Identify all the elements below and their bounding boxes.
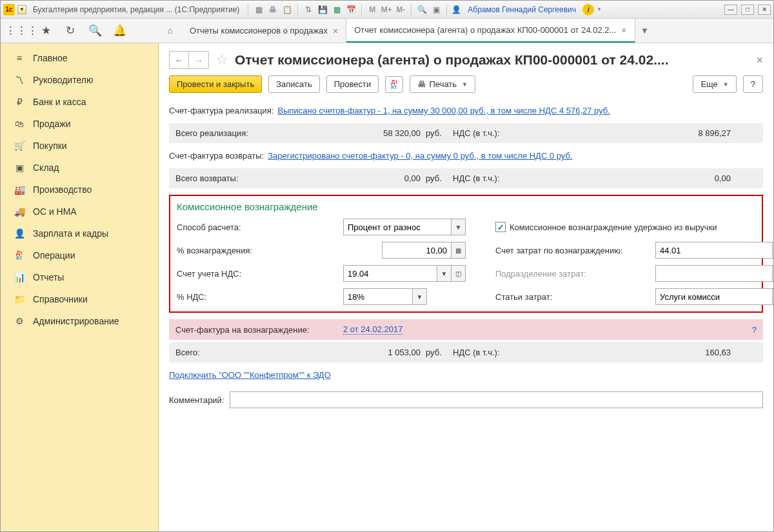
vat-account-select[interactable]: ▼ ◫ xyxy=(343,265,466,282)
history-icon[interactable]: ↻ xyxy=(64,25,77,37)
back-button[interactable]: ← xyxy=(170,52,189,68)
sidebar-item-bank[interactable]: ₽Банк и касса xyxy=(1,91,158,113)
tab-close-icon[interactable]: × xyxy=(333,26,338,36)
total-row: Всего: 1 053,00 руб. НДС (в т.ч.): 160,6… xyxy=(169,342,763,362)
invoice-returns-link[interactable]: Зарегистрировано счетов-фактур - 0, на с… xyxy=(268,151,572,161)
save-button[interactable]: Записать xyxy=(268,75,320,93)
tab-label: Отчет комиссионера (агента) о продажах К… xyxy=(354,25,616,35)
app-menu-dropdown[interactable]: ▼ xyxy=(17,5,26,14)
truck-icon: 🚚 xyxy=(14,206,25,217)
cart-icon: 🛒 xyxy=(14,141,25,151)
more-button[interactable]: Еще▼ xyxy=(693,75,736,93)
bag-icon: 🛍 xyxy=(14,119,25,129)
commission-box: Комиссионное вознаграждение Способ расче… xyxy=(169,195,763,313)
print-button[interactable]: 🖶Печать▼ xyxy=(410,75,475,93)
boxes-icon: ▣ xyxy=(14,163,25,173)
tab-close-icon[interactable]: × xyxy=(621,25,626,35)
factory-icon: 🏭 xyxy=(14,184,25,195)
save-icon[interactable]: 💾 xyxy=(317,4,328,15)
dtkt-button[interactable]: ДтКт xyxy=(385,76,403,93)
calc-method-select[interactable]: ▼ xyxy=(343,219,466,235)
app-title: Бухгалтерия предприятия, редакция ... (1… xyxy=(33,5,239,14)
edo-connect-link[interactable]: Подключить "ООО ""Конфетпром"" к ЭДО xyxy=(169,370,331,380)
sidebar-item-payroll[interactable]: 👤Зарплата и кадры xyxy=(1,222,158,244)
withheld-checkbox[interactable]: ✓ xyxy=(495,222,506,232)
panel-icon[interactable]: ▣ xyxy=(430,4,442,15)
dropdown-icon[interactable]: ▼ xyxy=(773,288,773,305)
total-sales-vat: 8 896,27 xyxy=(530,128,757,138)
comment-input[interactable] xyxy=(230,391,764,408)
dropdown-icon[interactable]: ▼ xyxy=(773,242,773,259)
invoice-sales-link[interactable]: Выписано счетов-фактур - 1, на сумму 30 … xyxy=(277,106,610,115)
compare-icon[interactable]: ⇅ xyxy=(303,4,314,15)
search-icon[interactable]: 🔍 xyxy=(88,25,101,37)
dropdown-icon[interactable]: ▼ xyxy=(773,265,773,282)
sidebar-item-main[interactable]: ≡Главное xyxy=(1,47,158,69)
dtkt-icon: ДтКт xyxy=(14,250,25,261)
sidebar-item-ref[interactable]: 📁Справочники xyxy=(1,288,158,310)
total-returns-row: Всего возвраты: 0,00 руб. НДС (в т.ч.): … xyxy=(169,168,763,188)
main: ← → ☆ Отчет комиссионера (агента) о прод… xyxy=(159,43,773,531)
logo-1c: 1c xyxy=(3,4,15,15)
close-button[interactable]: ✕ xyxy=(758,5,771,15)
sidebar-item-manager[interactable]: 〽Руководителю xyxy=(1,69,158,91)
sidebar-item-admin[interactable]: ⚙Администрирование xyxy=(1,310,158,332)
print-icon[interactable]: 🖶 xyxy=(267,4,279,15)
list-icon: ≡ xyxy=(14,53,25,63)
sidebar-item-operations[interactable]: ДтКтОперации xyxy=(1,244,158,266)
calendar-icon[interactable]: 📅 xyxy=(345,4,357,15)
calc-icon[interactable]: ▦ xyxy=(331,4,342,15)
page-close-icon[interactable]: × xyxy=(756,54,763,67)
dropdown-icon[interactable]: ▼ xyxy=(452,219,466,235)
vat-pct-select[interactable]: ▼ xyxy=(343,288,427,305)
command-bar: Провести и закрыть Записать Провести ДтК… xyxy=(159,75,773,101)
commission-title: Комиссионное вознаграждение xyxy=(177,201,755,212)
sidebar-item-reports[interactable]: 📊Отчеты xyxy=(1,266,158,288)
commission-invoice-link[interactable]: 2 от 24.02.2017 xyxy=(343,324,402,335)
nav-buttons: ← → xyxy=(169,51,209,69)
dropdown-icon[interactable]: ▼ xyxy=(437,265,452,282)
home-tab[interactable]: ⌂ xyxy=(159,19,182,43)
invoice-sales-label: Счет-фактура реализация: xyxy=(169,106,273,115)
tab-reports[interactable]: Отчеты комиссионеров о продажах × xyxy=(182,19,346,43)
folder-icon: 📁 xyxy=(14,294,25,304)
expense-account-select[interactable]: ▼ ◫ xyxy=(655,242,773,259)
help-icon[interactable]: ? xyxy=(752,325,757,335)
user-name[interactable]: Абрамов Геннадий Сергеевич xyxy=(468,5,576,14)
sidebar-item-stock[interactable]: ▣Склад xyxy=(1,157,158,179)
zoom-icon[interactable]: 🔍 xyxy=(416,4,428,15)
page-title: Отчет комиссионера (агента) о продажах К… xyxy=(235,52,749,68)
tab-label: Отчеты комиссионеров о продажах xyxy=(190,26,328,35)
post-and-close-button[interactable]: Провести и закрыть xyxy=(169,75,262,93)
dropdown-icon[interactable]: ▼ xyxy=(413,288,427,305)
open-icon[interactable]: ◫ xyxy=(452,265,466,282)
department-select[interactable]: ▼ ◫ xyxy=(655,265,773,282)
forward-button[interactable]: → xyxy=(189,52,208,68)
tab-document[interactable]: Отчет комиссионера (агента) о продажах К… xyxy=(346,19,635,43)
commission-pct-input[interactable]: ▦ xyxy=(382,242,466,259)
mplus-icon[interactable]: M+ xyxy=(381,4,392,15)
clipboard-icon[interactable]: 📋 xyxy=(281,4,293,15)
tabs-dropdown[interactable]: ▼ xyxy=(635,19,655,43)
favorites-icon[interactable]: ★ xyxy=(39,25,52,37)
minimize-button[interactable]: — xyxy=(724,5,737,15)
total-sales-label: Всего реализация: xyxy=(175,128,343,138)
favorite-star-icon[interactable]: ☆ xyxy=(215,52,228,68)
sidebar-item-sales[interactable]: 🛍Продажи xyxy=(1,113,158,135)
maximize-button[interactable]: □ xyxy=(741,5,754,15)
comment-row: Комментарий: xyxy=(169,391,763,408)
total-sales-value: 58 320,00 xyxy=(343,128,421,138)
calculator-icon[interactable]: ▦ xyxy=(452,242,466,259)
help-button[interactable]: ? xyxy=(743,75,763,93)
mminus-icon[interactable]: M- xyxy=(395,4,406,15)
notifications-icon[interactable]: 🔔 xyxy=(113,25,126,37)
post-button[interactable]: Провести xyxy=(326,75,379,93)
expense-item-select[interactable]: ▼ ◫ xyxy=(655,288,773,305)
m-icon[interactable]: M xyxy=(366,4,378,15)
preview-icon[interactable]: ▦ xyxy=(253,4,264,15)
sidebar-item-production[interactable]: 🏭Производство xyxy=(1,179,158,201)
sidebar-item-purchases[interactable]: 🛒Покупки xyxy=(1,135,158,157)
sidebar-item-assets[interactable]: 🚚ОС и НМА xyxy=(1,201,158,222)
info-icon[interactable]: i xyxy=(582,4,594,15)
apps-icon[interactable]: ⋮⋮⋮ xyxy=(15,25,28,37)
